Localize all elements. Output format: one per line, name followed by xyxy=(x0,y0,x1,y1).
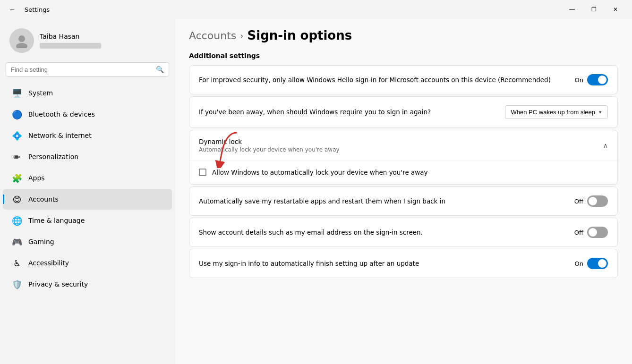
dynamic-lock-checkbox-label: Allow Windows to automatically lock your… xyxy=(212,169,428,176)
restart-apps-text: Automatically save my restartable apps a… xyxy=(199,197,574,206)
search-input[interactable] xyxy=(11,66,152,73)
settings-card-signin-info: Use my sign-in info to automatically fin… xyxy=(189,249,618,278)
sidebar-item-network[interactable]: 💠 Network & internet xyxy=(3,125,172,146)
sidebar-item-label-network: Network & internet xyxy=(28,132,92,139)
windows-hello-control: On xyxy=(575,74,608,85)
sidebar-item-time[interactable]: 🌐 Time & language xyxy=(3,210,172,231)
settings-row-restart-apps: Automatically save my restartable apps a… xyxy=(189,187,617,215)
settings-row-windows-hello: For improved security, only allow Window… xyxy=(189,66,617,94)
sidebar-item-label-accessibility: Accessibility xyxy=(28,259,69,267)
breadcrumb: Accounts › Sign-in options xyxy=(189,28,618,42)
content-area: Accounts › Sign-in options Additional se… xyxy=(175,19,632,364)
sidebar-item-label-personalization: Personalization xyxy=(28,153,78,161)
svg-point-1 xyxy=(16,43,27,48)
privacy-icon: 🛡️ xyxy=(12,279,22,289)
sidebar-item-accessibility[interactable]: ♿ Accessibility xyxy=(3,253,172,273)
breadcrumb-current: Sign-in options xyxy=(248,28,352,42)
account-details-toggle[interactable] xyxy=(587,227,608,238)
apps-icon: 🧩 xyxy=(12,173,22,183)
restart-apps-control: Off xyxy=(574,195,608,207)
system-icon: 🖥️ xyxy=(12,88,22,98)
sidebar-item-label-bluetooth: Bluetooth & devices xyxy=(28,110,95,118)
bluetooth-icon: 🔵 xyxy=(12,110,22,119)
sidebar-item-label-apps: Apps xyxy=(28,174,45,182)
away-signin-dropdown[interactable]: When PC wakes up from sleep ▾ xyxy=(505,105,608,119)
sidebar: Taiba Hasan 🔍 🖥️ System 🔵 Bluetooth & de… xyxy=(0,19,175,364)
breadcrumb-separator: › xyxy=(240,31,243,41)
account-details-status: Off xyxy=(574,229,583,236)
sidebar-item-label-time: Time & language xyxy=(28,217,85,224)
sidebar-item-bluetooth[interactable]: 🔵 Bluetooth & devices xyxy=(3,104,172,125)
breadcrumb-accounts[interactable]: Accounts xyxy=(189,30,236,42)
windows-hello-status: On xyxy=(575,76,583,84)
dynamic-lock-checkbox[interactable] xyxy=(199,169,206,176)
close-button[interactable]: ✕ xyxy=(605,2,626,17)
account-details-control: Off xyxy=(574,227,608,238)
window-controls: — ❐ ✕ xyxy=(561,2,626,17)
signin-info-toggle[interactable] xyxy=(587,258,608,269)
account-details-text: Show account details such as my email ad… xyxy=(199,228,574,237)
windows-hello-toggle[interactable] xyxy=(587,74,608,85)
collapse-icon: ∧ xyxy=(603,142,608,149)
signin-info-status: On xyxy=(575,260,583,267)
svg-point-0 xyxy=(18,35,25,42)
settings-card-windows-hello: For improved security, only allow Window… xyxy=(189,65,618,94)
sidebar-item-label-gaming: Gaming xyxy=(28,238,54,245)
away-signin-control: When PC wakes up from sleep ▾ xyxy=(505,105,608,119)
settings-card-away-signin: If you've been away, when should Windows… xyxy=(189,96,618,128)
user-profile: Taiba Hasan xyxy=(0,23,175,62)
restart-apps-toggle[interactable] xyxy=(587,195,608,207)
settings-row-account-details: Show account details such as my email ad… xyxy=(189,218,617,246)
dynamic-lock-body: Allow Windows to automatically lock your… xyxy=(189,161,617,184)
user-bar-placeholder xyxy=(40,43,101,49)
dynamic-lock-title-group: Dynamic lock Automatically lock your dev… xyxy=(199,138,340,153)
back-button[interactable]: ← xyxy=(6,3,19,16)
dynamic-lock-title: Dynamic lock xyxy=(199,138,340,145)
app-title: Settings xyxy=(25,6,555,13)
sidebar-item-gaming[interactable]: 🎮 Gaming xyxy=(3,231,172,252)
accessibility-icon: ♿ xyxy=(12,258,22,268)
time-icon: 🌐 xyxy=(12,216,22,225)
restore-button[interactable]: ❐ xyxy=(583,2,605,17)
section-heading: Additional settings xyxy=(189,52,618,59)
titlebar: ← Settings — ❐ ✕ xyxy=(0,0,632,19)
dynamic-lock-subtitle: Automatically lock your device when you'… xyxy=(199,146,340,153)
sidebar-item-label-privacy: Privacy & security xyxy=(28,280,88,288)
sidebar-item-apps[interactable]: 🧩 Apps xyxy=(3,168,172,188)
user-info: Taiba Hasan xyxy=(40,33,101,49)
sidebar-item-system[interactable]: 🖥️ System xyxy=(3,83,172,103)
avatar xyxy=(9,28,34,53)
sidebar-item-label-system: System xyxy=(28,89,53,97)
app-body: Taiba Hasan 🔍 🖥️ System 🔵 Bluetooth & de… xyxy=(0,19,632,364)
dynamic-lock-header[interactable]: Dynamic lock Automatically lock your dev… xyxy=(189,130,617,161)
settings-card-restart-apps: Automatically save my restartable apps a… xyxy=(189,186,618,216)
settings-card-dynamic-lock: Dynamic lock Automatically lock your dev… xyxy=(189,130,618,185)
user-name: Taiba Hasan xyxy=(40,33,101,40)
signin-info-control: On xyxy=(575,258,608,269)
settings-row-signin-info: Use my sign-in info to automatically fin… xyxy=(189,249,617,278)
nav-list: 🖥️ System 🔵 Bluetooth & devices 💠 Networ… xyxy=(0,82,175,295)
search-box: 🔍 xyxy=(6,62,169,76)
away-signin-text: If you've been away, when should Windows… xyxy=(199,108,505,117)
restart-apps-status: Off xyxy=(574,198,583,205)
search-container: 🔍 xyxy=(0,62,175,82)
minimize-button[interactable]: — xyxy=(561,2,583,17)
settings-card-account-details: Show account details such as my email ad… xyxy=(189,218,618,247)
dropdown-value: When PC wakes up from sleep xyxy=(511,109,595,116)
windows-hello-text: For improved security, only allow Window… xyxy=(199,76,575,85)
sidebar-item-privacy[interactable]: 🛡️ Privacy & security xyxy=(3,274,172,295)
network-icon: 💠 xyxy=(12,131,22,140)
gaming-icon: 🎮 xyxy=(12,237,22,246)
sidebar-item-personalization[interactable]: ✏️ Personalization xyxy=(3,146,172,167)
settings-row-away-signin: If you've been away, when should Windows… xyxy=(189,97,617,127)
sidebar-item-label-accounts: Accounts xyxy=(28,195,59,203)
chevron-down-icon: ▾ xyxy=(599,109,602,115)
personalization-icon: ✏️ xyxy=(12,152,22,161)
sidebar-item-accounts[interactable]: 😊 Accounts xyxy=(3,189,172,210)
search-icon: 🔍 xyxy=(156,66,164,73)
signin-info-text: Use my sign-in info to automatically fin… xyxy=(199,259,575,268)
accounts-icon: 😊 xyxy=(12,195,22,204)
